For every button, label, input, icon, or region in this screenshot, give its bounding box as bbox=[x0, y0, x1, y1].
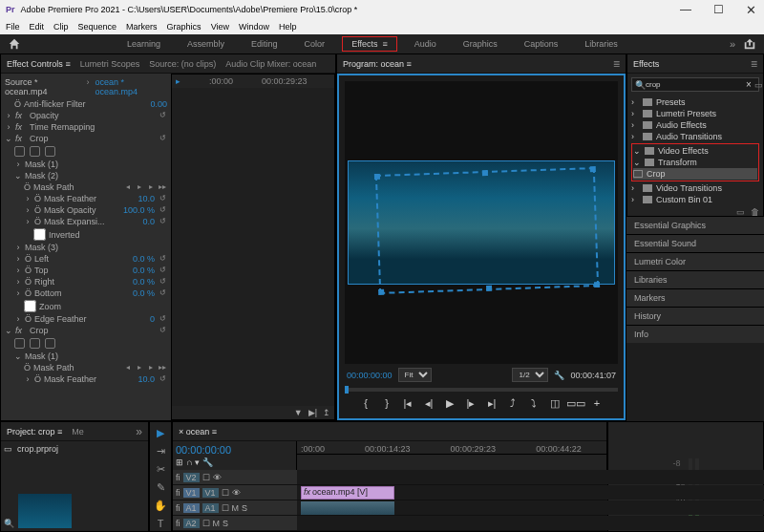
filter-presets-icon[interactable]: ▭ bbox=[754, 80, 763, 90]
crop2-row[interactable]: ⌄fxCrop↺ bbox=[5, 325, 167, 336]
mask2-row[interactable]: ⌄Mask (2) bbox=[5, 170, 167, 181]
video-clip[interactable]: fx ocean.mp4 [V] bbox=[301, 486, 394, 500]
tab-effects[interactable]: Effects ≡ bbox=[342, 36, 397, 52]
audio-transitions-folder[interactable]: ›Audio Transitions bbox=[631, 131, 759, 142]
tab-audio-mixer[interactable]: Audio Clip Mixer: ocean bbox=[225, 59, 316, 69]
menu-edit[interactable]: Edit bbox=[30, 22, 45, 32]
program-scrubber[interactable] bbox=[345, 388, 618, 392]
type-tool-icon[interactable]: T bbox=[154, 517, 167, 530]
tab-audio[interactable]: Audio bbox=[405, 36, 446, 52]
video-effects-folder[interactable]: ⌄Video Effects bbox=[633, 145, 757, 157]
presets-folder[interactable]: ›Presets bbox=[631, 96, 759, 108]
snap-icon[interactable]: ⊞ bbox=[176, 458, 183, 467]
lumetri-presets-folder[interactable]: ›Lumetri Presets bbox=[631, 108, 759, 119]
maskopacity-row[interactable]: ›ÖMask Opacity100.0 %↺ bbox=[5, 204, 167, 216]
maskpath2-row[interactable]: ÖMask Path◂▸▸▸▸ bbox=[5, 362, 167, 373]
tab-editing[interactable]: Editing bbox=[242, 36, 287, 52]
maximize-button[interactable]: ☐ bbox=[705, 0, 732, 19]
tab-learning[interactable]: Learning bbox=[117, 36, 170, 52]
bottom-row[interactable]: ›ÖBottom0.0 %↺ bbox=[5, 287, 167, 299]
workspace-overflow-icon[interactable]: » bbox=[724, 38, 741, 50]
menu-help[interactable]: Help bbox=[279, 22, 297, 32]
panel-info[interactable]: Info bbox=[626, 325, 764, 343]
edgefeather-row[interactable]: ›ÖEdge Feather0↺ bbox=[5, 313, 167, 325]
antiflicker-row[interactable]: ÖAnti-flicker Filter0.00 bbox=[5, 98, 167, 110]
pen-tool-icon[interactable]: ✎ bbox=[154, 480, 167, 494]
audio-effects-folder[interactable]: ›Audio Effects bbox=[631, 119, 759, 131]
menu-window[interactable]: Window bbox=[239, 22, 269, 32]
play-button[interactable]: ▶ bbox=[443, 396, 456, 410]
menu-clip[interactable]: Clip bbox=[53, 22, 69, 32]
crop-mask-overlay[interactable] bbox=[375, 167, 599, 294]
tab-libraries[interactable]: Libraries bbox=[575, 36, 627, 52]
go-to-in-button[interactable]: |◂ bbox=[401, 396, 414, 410]
effects-search[interactable]: 🔍 × ▭ bbox=[631, 77, 759, 92]
panel-lumetri-color[interactable]: Lumetri Color bbox=[626, 252, 764, 270]
track-back-icon[interactable]: ◂ bbox=[123, 182, 133, 192]
track-fwd-icon[interactable]: ▸ bbox=[146, 182, 156, 192]
mark-out-button[interactable]: } bbox=[380, 396, 393, 410]
maskexpand-row[interactable]: ›ÖMask Expansi...0.0↺ bbox=[5, 216, 167, 227]
linked-sel-icon[interactable]: ∩ bbox=[186, 458, 192, 467]
home-icon[interactable] bbox=[8, 37, 21, 51]
settings-icon[interactable]: 🔧 bbox=[554, 371, 564, 380]
mark-in-button[interactable]: { bbox=[359, 396, 372, 410]
mask-shape-tools-2[interactable] bbox=[5, 336, 167, 351]
program-monitor[interactable] bbox=[345, 81, 618, 364]
project-thumbnail[interactable] bbox=[18, 494, 72, 528]
menu-markers[interactable]: Markers bbox=[126, 22, 158, 32]
menu-file[interactable]: File bbox=[6, 22, 20, 32]
tab-lumetri-scopes[interactable]: Lumetri Scopes bbox=[80, 59, 140, 69]
tab-program[interactable]: Program: ocean ≡ bbox=[343, 59, 412, 69]
panel-menu-icon[interactable]: ≡ bbox=[613, 57, 620, 71]
go-to-out-button[interactable]: ▸| bbox=[485, 396, 499, 410]
track-all-icon[interactable]: ▸▸ bbox=[158, 182, 167, 192]
lift-button[interactable]: ⤴ bbox=[506, 396, 520, 410]
resolution-select[interactable]: 1/2 bbox=[512, 368, 548, 382]
timeline-timecode[interactable]: 00:00:00:00 bbox=[176, 444, 293, 456]
right-row[interactable]: ›ÖRight0.0 %↺ bbox=[5, 276, 167, 287]
mask1b-row[interactable]: ⌄Mask (1) bbox=[5, 351, 167, 362]
tab-effect-controls[interactable]: Effect Controls ≡ bbox=[7, 59, 71, 69]
panel-history[interactable]: History bbox=[626, 307, 764, 325]
settings-tl-icon[interactable]: 🔧 bbox=[202, 458, 213, 467]
search-project-icon[interactable]: 🔍 bbox=[4, 519, 14, 528]
maskfeather2-row[interactable]: ›ÖMask Feather10.0↺ bbox=[5, 373, 167, 385]
crop-effect[interactable]: Crop bbox=[633, 168, 757, 180]
source-link[interactable]: ocean * ocean.mp4 bbox=[95, 77, 167, 96]
step-fwd-button[interactable]: |▸ bbox=[464, 396, 478, 410]
top-row[interactable]: ›ÖTop0.0 %↺ bbox=[5, 265, 167, 276]
effects-panel-menu-icon[interactable]: ≡ bbox=[751, 57, 757, 71]
menu-view[interactable]: View bbox=[211, 22, 229, 32]
playhead-icon[interactable]: ▸ bbox=[176, 76, 180, 86]
track-a1[interactable]: fiA1A1☐MS bbox=[173, 500, 764, 516]
export-icon[interactable]: ↥ bbox=[323, 408, 330, 417]
timecode-left[interactable]: 00:00:00:00 bbox=[347, 371, 393, 380]
menu-sequence[interactable]: Sequence bbox=[78, 22, 117, 32]
export-frame-button[interactable]: ◫ bbox=[548, 396, 562, 410]
panel-essential-sound[interactable]: Essential Sound bbox=[626, 234, 764, 252]
transform-folder[interactable]: ⌄Transform bbox=[633, 157, 757, 168]
audio-clip[interactable] bbox=[301, 501, 394, 515]
inverted-row[interactable]: Inverted bbox=[5, 227, 167, 242]
share-icon[interactable] bbox=[743, 37, 756, 51]
button-editor-icon[interactable]: + bbox=[590, 396, 604, 410]
tab-effects-panel[interactable]: Effects bbox=[633, 59, 659, 69]
tab-graphics[interactable]: Graphics bbox=[454, 36, 507, 52]
marker-icon[interactable]: ▾ bbox=[195, 458, 200, 467]
zoom-row[interactable]: Zoom bbox=[5, 299, 167, 313]
in-out-icon[interactable]: ▶| bbox=[308, 408, 317, 417]
track-v1[interactable]: fiV1V1☐👁fx ocean.mp4 [V] bbox=[173, 485, 764, 500]
effects-search-input[interactable] bbox=[646, 80, 746, 89]
timeremap-row[interactable]: ›fxTime Remapping bbox=[5, 121, 167, 133]
filter-icon[interactable]: ▼ bbox=[294, 408, 303, 417]
hand-tool-icon[interactable]: ✋ bbox=[154, 499, 167, 512]
menu-graphics[interactable]: Graphics bbox=[167, 22, 202, 32]
track-v2[interactable]: fiV2☐👁 bbox=[173, 470, 764, 485]
maskfeather-row[interactable]: ›ÖMask Feather10.0↺ bbox=[5, 193, 167, 204]
step-back-button[interactable]: ◂| bbox=[422, 396, 435, 410]
tab-project[interactable]: Project: crop ≡ bbox=[7, 427, 62, 436]
mask3-row[interactable]: ›Mask (3) bbox=[5, 242, 167, 253]
tab-assembly[interactable]: Assembly bbox=[178, 36, 234, 52]
minimize-button[interactable]: — bbox=[672, 0, 699, 19]
